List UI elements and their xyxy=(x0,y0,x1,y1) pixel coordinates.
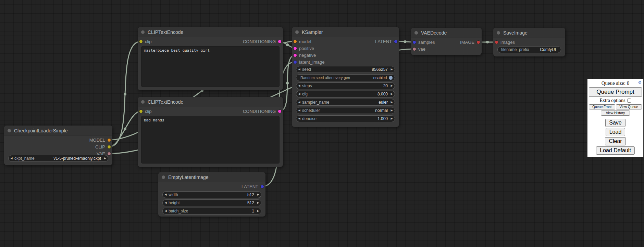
load-default-button[interactable]: Load Default xyxy=(596,146,635,155)
node-title-bar[interactable]: SaveImage xyxy=(493,28,565,38)
model-output-dot[interactable] xyxy=(108,139,111,142)
clear-button[interactable]: Clear xyxy=(605,137,626,145)
node-clip-text-encode-negative[interactable]: CLIPTextEncode clip CONDITIONING bad han… xyxy=(138,97,283,167)
node-empty-latent-image[interactable]: EmptyLatentImage LATENT ◀ width 512 ▶ ◀ … xyxy=(158,172,265,217)
collapse-dot-icon[interactable] xyxy=(497,31,500,35)
model-input-dot[interactable] xyxy=(294,40,297,43)
node-vae-decode[interactable]: VAEDecode samples IMAGE vae xyxy=(411,28,482,55)
node-clip-text-encode-positive[interactable]: CLIPTextEncode clip CONDITIONING masterp… xyxy=(138,27,283,90)
collapse-dot-icon[interactable] xyxy=(414,31,418,35)
view-history-button[interactable]: View History xyxy=(601,110,630,116)
height-widget[interactable]: ◀ height 512 ▶ xyxy=(162,199,261,206)
steps-widget[interactable]: ◀ steps 20 ▶ xyxy=(296,82,395,89)
cfg-widget[interactable]: ◀ cfg 8.000 ▶ xyxy=(296,91,395,98)
random-seed-widget[interactable]: Random seed after every gen enabled xyxy=(296,74,395,81)
decrement-arrow-icon[interactable]: ◀ xyxy=(296,115,302,122)
batch-size-widget[interactable]: ◀ batch_size 1 ▶ xyxy=(162,208,261,214)
link-midpoint-dot[interactable] xyxy=(124,128,126,130)
node-title-bar[interactable]: CLIPTextEncode xyxy=(138,97,283,107)
increment-arrow-icon[interactable]: ▶ xyxy=(389,82,395,89)
filename-prefix-widget[interactable]: filename_prefix ComfyUI xyxy=(497,46,561,53)
samples-input-dot[interactable] xyxy=(413,41,416,44)
decrement-arrow-icon[interactable]: ◀ xyxy=(163,208,169,214)
conditioning-output-dot[interactable] xyxy=(278,110,281,113)
increment-arrow-icon[interactable]: ▶ xyxy=(255,208,261,214)
widget-label: Random seed after every gen xyxy=(300,76,350,80)
extra-options-label: Extra options xyxy=(599,98,625,103)
node-title-bar[interactable]: CheckpointLoaderSimple xyxy=(4,126,112,136)
positive-input-dot[interactable] xyxy=(294,47,297,50)
node-title-bar[interactable]: VAEDecode xyxy=(411,28,482,38)
collapse-dot-icon[interactable] xyxy=(141,100,145,104)
denoise-widget[interactable]: ◀ denoise 1.000 ▶ xyxy=(296,115,395,122)
vae-output-dot[interactable] xyxy=(108,152,111,155)
decrement-arrow-icon[interactable]: ◀ xyxy=(9,155,14,162)
decrement-arrow-icon[interactable]: ◀ xyxy=(163,191,169,198)
node-checkpoint-loader-simple[interactable]: CheckpointLoaderSimple MODEL CLIP VAE ◀ … xyxy=(4,126,112,165)
random-seed-toggle-dot[interactable] xyxy=(389,76,393,80)
image-output-dot[interactable] xyxy=(477,41,480,44)
widget-value: normal xyxy=(320,108,389,113)
vae-input-dot[interactable] xyxy=(413,48,416,51)
conditioning-output-dot[interactable] xyxy=(278,40,281,43)
latent-image-input-dot[interactable] xyxy=(294,61,297,64)
negative-input-dot[interactable] xyxy=(294,54,297,57)
prompt-textarea[interactable]: masterpiece best quality girl xyxy=(141,46,280,87)
sampler-name-widget[interactable]: ◀ sampler_name euler ▶ xyxy=(296,99,395,106)
extra-options-checkbox[interactable] xyxy=(627,99,631,103)
node-title-bar[interactable]: KSampler xyxy=(292,27,399,37)
collapse-dot-icon[interactable] xyxy=(141,30,145,34)
slot-label: images xyxy=(500,40,515,45)
latent-output-dot[interactable] xyxy=(261,185,264,188)
slot-label: latent_image xyxy=(299,60,324,65)
latent-output-dot[interactable] xyxy=(394,40,397,43)
width-widget[interactable]: ◀ width 512 ▶ xyxy=(162,191,261,198)
settings-gear-icon[interactable]: ⚙ xyxy=(638,80,642,84)
view-queue-button[interactable]: View Queue xyxy=(616,104,642,109)
scheduler-widget[interactable]: ◀ scheduler normal ▶ xyxy=(296,107,395,114)
increment-arrow-icon[interactable]: ▶ xyxy=(102,155,108,162)
link-midpoint-dot[interactable] xyxy=(404,40,407,43)
decrement-arrow-icon[interactable]: ◀ xyxy=(163,199,169,206)
output-slot-clip: CLIP xyxy=(95,143,112,150)
collapse-dot-icon[interactable] xyxy=(8,129,11,132)
output-slot-conditioning: CONDITIONING xyxy=(243,108,283,115)
decrement-arrow-icon[interactable]: ◀ xyxy=(296,107,302,114)
clip-output-dot[interactable] xyxy=(108,145,111,148)
ckpt-name-widget[interactable]: ◀ ckpt_name v1-5-pruned-emaonly.ckpt ▶ xyxy=(8,155,108,162)
increment-arrow-icon[interactable]: ▶ xyxy=(389,66,395,73)
increment-arrow-icon[interactable]: ▶ xyxy=(389,107,395,114)
decrement-arrow-icon[interactable]: ◀ xyxy=(296,82,302,89)
images-input-dot[interactable] xyxy=(495,41,498,44)
queue-size-label: Queue size: 0 xyxy=(602,80,630,86)
decrement-arrow-icon[interactable]: ◀ xyxy=(296,91,302,98)
slot-label: negative xyxy=(299,53,316,58)
link-midpoint-dot[interactable] xyxy=(486,41,489,43)
clip-input-dot[interactable] xyxy=(139,110,143,113)
increment-arrow-icon[interactable]: ▶ xyxy=(389,91,395,98)
load-button[interactable]: Load xyxy=(606,128,626,136)
graph-canvas[interactable]: CheckpointLoaderSimple MODEL CLIP VAE ◀ … xyxy=(0,0,644,247)
prompt-textarea[interactable]: bad hands xyxy=(141,116,280,164)
decrement-arrow-icon[interactable]: ◀ xyxy=(296,66,302,73)
collapse-dot-icon[interactable] xyxy=(162,176,165,179)
decrement-arrow-icon[interactable]: ◀ xyxy=(296,99,302,106)
increment-arrow-icon[interactable]: ▶ xyxy=(255,199,261,206)
save-button[interactable]: Save xyxy=(605,119,625,127)
comfy-menu-panel[interactable]: Queue size: 0 ⚙ Queue Prompt Extra optio… xyxy=(587,79,644,157)
link-midpoint-dot[interactable] xyxy=(286,82,289,84)
seed-widget[interactable]: ◀ seed 8566257 ▶ xyxy=(296,66,395,73)
node-save-image[interactable]: SaveImage images filename_prefix ComfyUI xyxy=(493,28,565,56)
clip-input-dot[interactable] xyxy=(139,40,143,43)
link-midpoint-dot[interactable] xyxy=(124,93,126,95)
queue-front-button[interactable]: Queue Front xyxy=(589,104,615,109)
increment-arrow-icon[interactable]: ▶ xyxy=(389,99,395,106)
node-title-bar[interactable]: EmptyLatentImage xyxy=(158,172,265,182)
queue-prompt-button[interactable]: Queue Prompt xyxy=(589,87,642,97)
collapse-dot-icon[interactable] xyxy=(295,30,299,34)
link-midpoint-dot[interactable] xyxy=(286,43,289,46)
increment-arrow-icon[interactable]: ▶ xyxy=(389,115,395,122)
node-title-bar[interactable]: CLIPTextEncode xyxy=(138,27,283,37)
node-ksampler[interactable]: KSampler model LATENT positive negative … xyxy=(292,27,399,127)
increment-arrow-icon[interactable]: ▶ xyxy=(255,191,261,198)
